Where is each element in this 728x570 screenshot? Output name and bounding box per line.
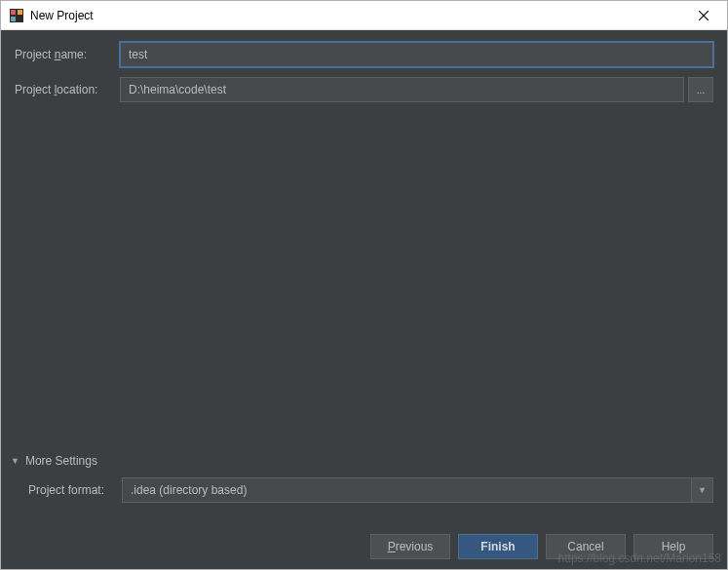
svg-rect-2 bbox=[11, 17, 16, 21]
project-format-label: Project format: bbox=[28, 483, 122, 497]
window-title: New Project bbox=[30, 9, 684, 22]
project-name-row: Project name: bbox=[15, 42, 713, 67]
titlebar: New Project bbox=[1, 1, 727, 30]
spacer bbox=[15, 112, 713, 454]
chevron-down-icon: ▼ bbox=[11, 456, 19, 466]
browse-button[interactable]: ... bbox=[688, 77, 713, 102]
new-project-dialog: New Project Project name: Project locati… bbox=[0, 0, 728, 570]
finish-button[interactable]: Finish bbox=[458, 534, 538, 559]
ellipsis-icon: ... bbox=[697, 85, 705, 95]
project-format-row: Project format: .idea (directory based) … bbox=[28, 477, 713, 503]
more-settings-toggle[interactable]: ▼ More Settings bbox=[11, 454, 713, 468]
dropdown-arrow-icon: ▼ bbox=[691, 478, 712, 502]
help-button[interactable]: Help bbox=[633, 534, 713, 559]
previous-button[interactable]: Previous bbox=[370, 534, 450, 559]
more-settings-body: Project format: .idea (directory based) … bbox=[15, 477, 713, 513]
project-location-input[interactable] bbox=[120, 77, 684, 102]
svg-rect-1 bbox=[11, 10, 16, 15]
close-button[interactable] bbox=[684, 2, 723, 29]
dialog-content: Project name: Project location: ... ▼ Mo… bbox=[1, 30, 727, 569]
dialog-footer: Previous Finish Cancel Help bbox=[15, 526, 713, 559]
project-location-label: Project location: bbox=[15, 83, 120, 96]
svg-rect-3 bbox=[18, 10, 22, 15]
more-settings-label: More Settings bbox=[25, 454, 97, 468]
app-icon bbox=[9, 8, 24, 23]
project-name-input[interactable] bbox=[120, 42, 713, 67]
cancel-button[interactable]: Cancel bbox=[546, 534, 626, 559]
project-format-select[interactable]: .idea (directory based) ▼ bbox=[122, 477, 713, 503]
project-format-value: .idea (directory based) bbox=[123, 483, 254, 497]
project-name-label: Project name: bbox=[15, 48, 120, 61]
project-location-row: Project location: ... bbox=[15, 77, 713, 102]
